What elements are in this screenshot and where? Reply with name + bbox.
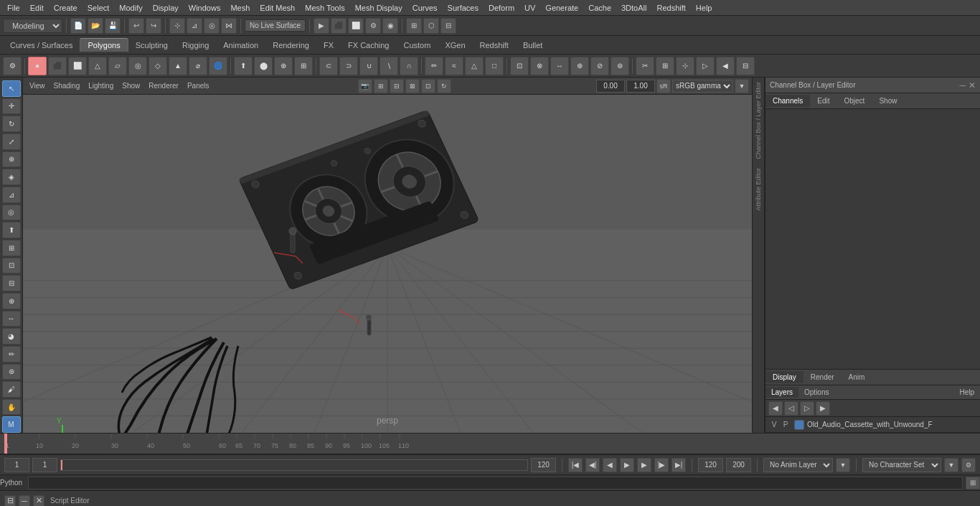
- wedge-btn[interactable]: ▷: [696, 57, 715, 75]
- plane-btn[interactable]: ▱: [108, 57, 127, 75]
- timeline-slider[interactable]: [60, 459, 528, 471]
- pan-value-input[interactable]: [596, 80, 625, 93]
- panel-close-btn[interactable]: ✕: [969, 80, 976, 90]
- bevel-btn[interactable]: ⊞: [294, 57, 313, 75]
- detach-btn[interactable]: ⊟: [736, 57, 755, 75]
- object-tab[interactable]: Object: [837, 95, 872, 107]
- timeline[interactable]: 1 10 20 30 40 50 60 65 70 75 80 85 90 95…: [0, 433, 980, 454]
- sphere-btn[interactable]: ●: [28, 57, 47, 75]
- crease-btn[interactable]: ⊛: [611, 57, 629, 75]
- menu-mesh-display[interactable]: Mesh Display: [351, 2, 407, 14]
- next-frame-btn[interactable]: ▶: [637, 458, 651, 472]
- panel-layout-btn[interactable]: ⊟: [440, 18, 456, 34]
- tab-fx-caching[interactable]: FX Caching: [341, 39, 396, 52]
- skip-start-btn[interactable]: |◀: [568, 458, 583, 472]
- color-toggle-btn[interactable]: ▼: [735, 79, 749, 93]
- collapse-btn[interactable]: ◀: [716, 57, 735, 75]
- bridge-tool[interactable]: ⊟: [2, 275, 21, 291]
- prev-key-btn[interactable]: ◀|: [585, 458, 600, 472]
- next-key-btn[interactable]: |▶: [654, 458, 669, 472]
- shading-menu[interactable]: Shading: [50, 81, 84, 90]
- python-input[interactable]: [28, 477, 963, 489]
- ipr-btn[interactable]: ⬛: [331, 18, 347, 34]
- chamfer-btn[interactable]: ⊘: [590, 57, 609, 75]
- script-options-btn[interactable]: ⊞: [966, 477, 980, 489]
- render-btn[interactable]: ▶: [314, 18, 329, 34]
- tab-redshift[interactable]: Redshift: [473, 39, 516, 52]
- render-settings-btn[interactable]: ⚙: [365, 18, 381, 34]
- connect-btn[interactable]: ⊞: [656, 57, 674, 75]
- separate-btn[interactable]: ⊃: [339, 57, 358, 75]
- show-tab[interactable]: Show: [872, 95, 904, 107]
- poke-btn[interactable]: ⊹: [676, 57, 694, 75]
- no-live-surface-btn[interactable]: No Live Surface: [245, 19, 306, 32]
- layer-visible[interactable]: V: [768, 421, 780, 428]
- layer-playback[interactable]: P: [780, 421, 791, 428]
- boolean-diff-btn[interactable]: ∖: [380, 57, 398, 75]
- uv-tool[interactable]: ⊛: [2, 364, 21, 380]
- lasso-tool[interactable]: ⊿: [2, 187, 21, 203]
- slide-edge-btn[interactable]: ↔: [550, 57, 569, 75]
- lasso-tool-btn[interactable]: ⊿: [187, 18, 202, 34]
- transform-comp-tool[interactable]: ↔: [2, 311, 21, 327]
- viewport-background[interactable]: X Y Z persp: [23, 95, 752, 433]
- layer-row[interactable]: V P Old_Audio_Cassette_with_Unwound_F: [765, 417, 980, 433]
- play-btn[interactable]: ▶: [620, 458, 634, 472]
- show-manip-tool[interactable]: ⊕: [2, 151, 21, 168]
- open-file-btn[interactable]: 📂: [88, 18, 103, 34]
- menu-mesh[interactable]: Mesh: [226, 2, 254, 14]
- render-seq-btn[interactable]: ⬜: [348, 18, 364, 34]
- multicut-btn[interactable]: ✂: [636, 57, 654, 75]
- tab-fx[interactable]: FX: [316, 39, 341, 52]
- menu-3dtoall[interactable]: 3DtoAll: [617, 2, 651, 14]
- anim-layer-dropdown-btn[interactable]: ▼: [836, 458, 850, 472]
- color-space-icon[interactable]: sR: [656, 79, 671, 93]
- merge-tool[interactable]: ⊕: [2, 293, 21, 309]
- channels-tab[interactable]: Channels: [765, 95, 810, 107]
- layer-left-btn[interactable]: ◁: [784, 401, 798, 416]
- maya-logo[interactable]: M: [2, 416, 21, 433]
- tab-animation[interactable]: Animation: [216, 39, 265, 52]
- channel-box-tab-vert[interactable]: Channel Box / Layer Editor: [753, 78, 763, 164]
- save-file-btn[interactable]: 💾: [105, 18, 121, 34]
- pyramid-btn[interactable]: ▲: [169, 57, 187, 75]
- menu-edit-mesh[interactable]: Edit Mesh: [255, 2, 299, 14]
- char-set-options-btn[interactable]: ⚙: [961, 458, 976, 472]
- select-tool[interactable]: ↖: [2, 80, 21, 97]
- playback-speed-input[interactable]: [531, 458, 556, 472]
- camera-btn[interactable]: ◉: [382, 18, 398, 34]
- layer-add-btn[interactable]: ◀: [768, 401, 783, 416]
- pipe-btn[interactable]: ⌀: [189, 57, 207, 75]
- move-tool[interactable]: ✛: [2, 98, 21, 115]
- bridge-btn[interactable]: ⬤: [254, 57, 273, 75]
- offset-edge-btn[interactable]: ⊕: [570, 57, 589, 75]
- cone-btn[interactable]: △: [88, 57, 107, 75]
- frame-start-input[interactable]: [4, 458, 29, 472]
- renderer-menu[interactable]: Renderer: [145, 81, 182, 90]
- character-set-select[interactable]: No Character Set: [862, 458, 941, 472]
- cylinder-btn[interactable]: ⬜: [68, 57, 87, 75]
- render-tab[interactable]: Render: [804, 371, 842, 383]
- custom-select-tool[interactable]: ◈: [2, 169, 21, 185]
- anim-layer-select[interactable]: No Anim Layer: [763, 458, 833, 472]
- tab-sculpting[interactable]: Sculpting: [128, 39, 175, 52]
- extrude-tool[interactable]: ⬆: [2, 222, 21, 238]
- boolean-union-btn[interactable]: ∪: [359, 57, 378, 75]
- sculpt-tool[interactable]: ✏: [2, 346, 21, 362]
- layer-right-btn[interactable]: ▷: [800, 401, 814, 416]
- display-tab[interactable]: Display: [765, 371, 804, 383]
- frame-current-input[interactable]: [32, 458, 57, 472]
- menu-modify[interactable]: Modify: [115, 2, 146, 14]
- settings-btn[interactable]: ⚙: [3, 57, 22, 75]
- attribute-editor-tab-vert[interactable]: Attribute Editor: [753, 164, 763, 215]
- render-region-icon[interactable]: ⊞: [374, 79, 388, 93]
- torus-btn[interactable]: ◎: [128, 57, 147, 75]
- menu-mesh-tools[interactable]: Mesh Tools: [301, 2, 349, 14]
- grid-btn[interactable]: ⊞: [406, 18, 422, 34]
- select-tool-btn[interactable]: ⊹: [169, 18, 185, 34]
- menu-windows[interactable]: Windows: [184, 2, 225, 14]
- combine-btn[interactable]: ⊂: [319, 57, 338, 75]
- prism-btn[interactable]: ◇: [149, 57, 167, 75]
- rotate-tool[interactable]: ↻: [2, 116, 21, 132]
- camera-icon[interactable]: 📷: [358, 79, 372, 93]
